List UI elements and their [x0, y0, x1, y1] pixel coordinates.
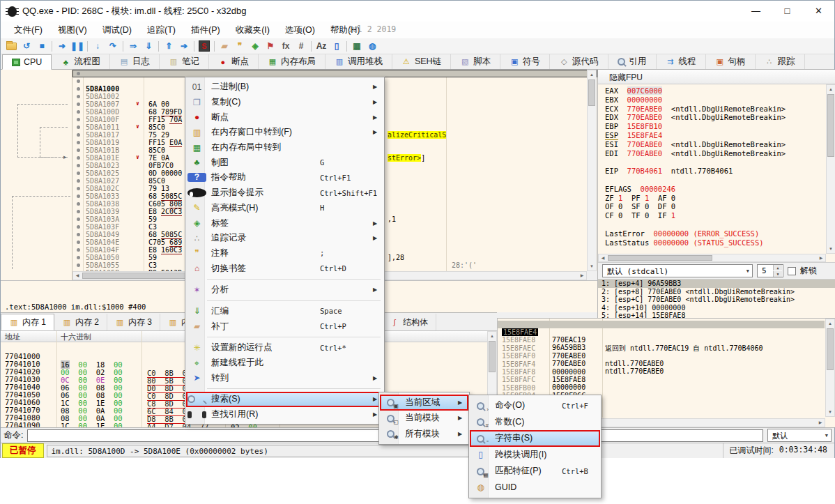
- argument-count-stepper[interactable]: 5 ▲ ▼: [757, 264, 783, 277]
- context-menu-item[interactable]: ⌂ 切换书签 Ctrl+D ▶: [186, 261, 383, 276]
- toolbar-icon[interactable]: ⇒: [125, 39, 141, 53]
- menubar-item[interactable]: 追踪(T): [139, 22, 183, 38]
- toolbar-icon[interactable]: ◈: [247, 39, 263, 53]
- toolbar-icon[interactable]: ⇓: [141, 39, 156, 53]
- context-menu-item[interactable]: ▶: [186, 334, 383, 340]
- view-tab[interactable]: ⇉ 线程: [657, 54, 706, 69]
- stack-row[interactable]: 15E8FAF0 770EABE0 ntdll.770EABE0: [498, 344, 825, 352]
- context-menu-item[interactable]: ▦ 在内存布局中转到 ▶: [186, 140, 383, 155]
- view-tab[interactable]: ⚠ SEH链: [392, 54, 451, 69]
- view-tab[interactable]: ♣ 流程图: [52, 54, 110, 69]
- spin-down-icon[interactable]: ▼: [773, 271, 782, 277]
- submenu-item[interactable]: ✱ 所有模块 ▶: [380, 426, 468, 442]
- register-line[interactable]: ESI 770EABE0 <ntdll.DbgUiRemoteBreakin>: [605, 140, 826, 149]
- toolbar-icon[interactable]: ❚❚: [70, 39, 85, 53]
- breakpoint-dot-icon[interactable]: [77, 72, 80, 75]
- toolbar-icon[interactable]: [212, 39, 217, 53]
- toolbar-icon[interactable]: ↺: [19, 39, 34, 53]
- toolbar-icon[interactable]: ◍: [365, 39, 380, 53]
- hide-fpu-button[interactable]: 隐藏FPU: [598, 70, 835, 84]
- toolbar-icon[interactable]: ⚑: [263, 39, 278, 53]
- menubar-item[interactable]: 插件(P): [183, 22, 228, 38]
- toolbar-icon[interactable]: [121, 39, 125, 53]
- context-menu-item[interactable]: ♣ 制图 G ▶: [186, 155, 383, 170]
- stack-argument-row[interactable]: 4: [esp+10] 00000000: [598, 304, 835, 312]
- submenu-item[interactable]: # 常数(C): [470, 414, 600, 431]
- stack-argument-row[interactable]: 1: [esp+4] 96A59BB3: [598, 280, 835, 288]
- register-line[interactable]: EBP 15E8FB10: [605, 122, 826, 131]
- scroll-thumb[interactable]: [827, 328, 834, 370]
- stack-row[interactable]: 15E8FAF8 15E8FAE8: [498, 360, 825, 368]
- context-menu-item[interactable]: ✶ 分析 ▶: [186, 282, 383, 298]
- toolbar-icon[interactable]: ▯: [329, 39, 344, 53]
- stack-row[interactable]: 15E8FAF4 00000000: [498, 353, 825, 360]
- register-line[interactable]: LastStatus 00000000 (STATUS_SUCCESS): [605, 238, 826, 247]
- view-tab[interactable]: ∴ 跟踪: [756, 54, 805, 69]
- toolbar-icon[interactable]: ▦: [349, 39, 365, 53]
- stack-row[interactable]: 15E8FAFC 00000000: [498, 368, 825, 376]
- register-line[interactable]: EIP 770B4061 ntdll.770B4061: [605, 167, 826, 176]
- breakpoint-dot-icon[interactable]: [77, 194, 80, 198]
- context-menu-item[interactable]: ✳ 设置新的运行点 Ctrl+* ▶: [186, 340, 383, 356]
- toolbar-icon[interactable]: ↓: [90, 39, 105, 53]
- context-menu-item[interactable]: ✎ 高亮模式(H) H ▶: [186, 201, 383, 216]
- stack-argument-row[interactable]: 3: [esp+C] 770EABE0 <ntdll.DbgUiRemoteBr…: [598, 296, 835, 304]
- close-button[interactable]: ✕: [803, 1, 834, 22]
- scroll-thumb[interactable]: [608, 255, 712, 261]
- context-menu-item[interactable]: ▶: [186, 276, 383, 282]
- toolbar-icon[interactable]: ❞: [232, 39, 247, 53]
- context-menu-item[interactable]: ❞ 注释 ; ▶: [186, 246, 383, 261]
- toolbar-icon[interactable]: ⇑: [161, 39, 176, 53]
- context-menu-item[interactable]: 查找引用(R) ▶: [186, 407, 383, 422]
- register-line[interactable]: EDX 770EABE0 <ntdll.DbgUiRemoteBreakin>: [605, 113, 826, 122]
- breakpoint-dot-icon[interactable]: [77, 256, 80, 259]
- register-line[interactable]: OF 0 SF 0 DF 0: [605, 202, 826, 211]
- calling-convention-select[interactable]: 默认 (stdcall) ▼: [602, 264, 753, 277]
- breakpoint-dot-icon[interactable]: [77, 240, 80, 244]
- register-line[interactable]: CF 0 TF 0 IF 1: [605, 211, 826, 220]
- view-tab[interactable]: ▥ 笔记: [160, 54, 209, 69]
- submenu-item[interactable]: ▯ 跨模块调用(I): [470, 447, 600, 464]
- dump-tab[interactable]: ▥ 内存 2: [54, 314, 107, 330]
- toolbar-icon[interactable]: [344, 39, 349, 53]
- scroll-thumb[interactable]: [489, 341, 496, 372]
- breakpoint-dot-icon[interactable]: [77, 133, 80, 137]
- register-line[interactable]: EDI 770EABE0 <ntdll.DbgUiRemoteBreakin>: [605, 149, 826, 158]
- breakpoint-dot-icon[interactable]: [77, 202, 80, 206]
- toolbar-icon[interactable]: ↷: [105, 39, 121, 53]
- dump-tab[interactable]: ∫ 结构体: [382, 314, 436, 330]
- view-tab[interactable]: ◇ 源代码: [550, 54, 608, 69]
- register-line[interactable]: LastError 00000000 (ERROR_SUCCESS): [605, 229, 826, 238]
- stack-vscrollbar[interactable]: ▲ ▼: [825, 319, 835, 417]
- breakpoint-dot-icon[interactable]: [77, 125, 80, 129]
- context-menu-item[interactable]: ➤ 转到 ▶: [186, 370, 383, 385]
- toolbar-icon[interactable]: ➔: [176, 39, 192, 53]
- toolbar-icon[interactable]: ■: [34, 39, 49, 53]
- context-menu-item[interactable]: ▶: [186, 298, 383, 304]
- breakpoint-dot-icon[interactable]: [77, 179, 80, 183]
- view-tab[interactable]: ▣ 句柄: [706, 54, 756, 69]
- unlock-checkbox[interactable]: [788, 267, 796, 275]
- minimize-button[interactable]: —: [740, 1, 772, 22]
- context-menu-item[interactable]: 显示指令提示 Ctrl+Shift+F1 ▶: [186, 185, 383, 201]
- breakpoint-dot-icon[interactable]: [77, 79, 80, 83]
- toolbar-icon[interactable]: fx: [278, 39, 293, 53]
- menubar-item[interactable]: 选项(O): [277, 22, 323, 38]
- command-mode-select[interactable]: 默认 ▼: [767, 429, 832, 442]
- context-menu-item[interactable]: ⇓ 汇编 Space ▶: [186, 304, 383, 319]
- breakpoint-dot-icon[interactable]: [77, 141, 80, 144]
- register-line[interactable]: ECX 770EABE0 <ntdll.DbgUiRemoteBreakin>: [605, 105, 826, 114]
- context-menu-item[interactable]: ▥ 在内存窗口中转到(F) ▶: [186, 125, 383, 140]
- toolbar-icon[interactable]: [85, 39, 90, 53]
- toolbar-icon[interactable]: #: [293, 39, 309, 53]
- register-line[interactable]: [605, 158, 826, 167]
- submenu-item[interactable]: ▣ 当前区域 ▶: [380, 395, 468, 411]
- register-line[interactable]: ZF 1 PF 1 AF 0: [605, 194, 826, 203]
- breakpoint-dot-icon[interactable]: [77, 87, 80, 91]
- register-line[interactable]: ESP 15E8FAE4: [605, 131, 826, 140]
- toolbar-icon[interactable]: ▰: [217, 39, 232, 53]
- breakpoint-dot-icon[interactable]: [77, 248, 80, 252]
- stack-argument-row[interactable]: 2: [esp+8] 770EABE0 <ntdll.DbgUiRemoteBr…: [598, 288, 835, 296]
- register-line[interactable]: [605, 176, 826, 185]
- breakpoint-dot-icon[interactable]: [77, 95, 80, 98]
